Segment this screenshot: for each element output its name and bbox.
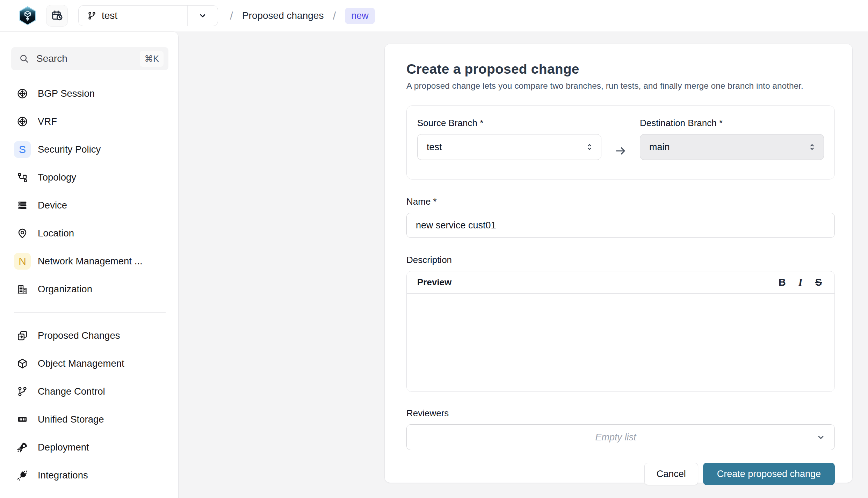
chevron-down-icon — [198, 11, 208, 21]
server-icon — [14, 197, 31, 214]
description-editor: Preview B I S — [406, 271, 835, 392]
sidebar-nav-tools: Proposed Changes Object Management Chang… — [11, 322, 168, 489]
description-label: Description — [406, 255, 835, 265]
sidebar-item-vrf[interactable]: VRF — [11, 108, 168, 136]
plug-icon — [14, 467, 31, 484]
sidebar-item-label: BGP Session — [38, 88, 95, 99]
search-input[interactable]: Search ⌘K — [11, 47, 168, 70]
destination-branch-label: Destination Branch * — [640, 118, 824, 129]
router-icon — [14, 85, 31, 102]
sidebar-item-label: Organization — [38, 284, 92, 295]
infrahub-logo[interactable] — [17, 5, 38, 27]
select-updown-icon — [807, 142, 817, 152]
strikethrough-button[interactable]: S — [815, 277, 822, 287]
search-shortcut-kbd: ⌘K — [140, 51, 164, 67]
arrow-right-icon — [614, 144, 627, 158]
breadcrumb-current-badge[interactable]: new — [345, 8, 375, 24]
breadcrumb: / Proposed changes / new — [230, 8, 375, 24]
reviewers-label: Reviewers — [406, 408, 835, 419]
destination-branch-select[interactable]: main — [640, 134, 824, 160]
description-toolbar: B I S — [779, 271, 834, 293]
sidebar-item-proposed-changes[interactable]: Proposed Changes — [11, 322, 168, 350]
name-input[interactable]: new service cust01 — [406, 213, 835, 238]
source-branch-select[interactable]: test — [417, 134, 601, 160]
sidebar-item-integrations[interactable]: Integrations — [11, 461, 168, 489]
router-icon — [14, 113, 31, 130]
sidebar-item-label: Proposed Changes — [38, 330, 120, 341]
branch-direction-arrow — [601, 138, 640, 164]
breadcrumb-separator: / — [333, 9, 336, 22]
sidebar-item-label: Integrations — [38, 470, 88, 481]
sidebar-item-security-policy[interactable]: S Security Policy — [11, 136, 168, 163]
branch-pair-fieldset: Source Branch * test Destination Branch … — [406, 105, 835, 180]
description-editor-header: Preview B I S — [407, 271, 834, 294]
cube-icon — [14, 355, 31, 372]
name-input-value: new service cust01 — [416, 220, 496, 231]
page-subtitle: A proposed change lets you compare two b… — [406, 81, 835, 91]
branch-selector[interactable]: test — [78, 5, 218, 26]
sidebar-item-deployment[interactable]: Deployment — [11, 433, 168, 461]
sidebar-item-device[interactable]: Device — [11, 191, 168, 219]
search-placeholder: Search — [36, 53, 67, 64]
storage-icon — [14, 411, 31, 428]
description-textarea[interactable] — [407, 294, 834, 391]
sidebar-item-change-control[interactable]: Change Control — [11, 378, 168, 405]
description-field: Description Preview B I S — [406, 255, 835, 392]
name-field: Name * new service cust01 — [406, 196, 835, 238]
source-branch-label: Source Branch * — [417, 118, 601, 129]
sidebar-item-label: Object Management — [38, 358, 124, 369]
sidebar-divider — [14, 312, 166, 313]
git-branch-icon — [87, 11, 97, 21]
breadcrumb-separator: / — [230, 9, 233, 22]
sidebar-item-label: VRF — [38, 116, 57, 127]
sidebar-item-organization[interactable]: Organization — [11, 275, 168, 303]
search-icon — [19, 53, 29, 64]
reviewers-field: Reviewers Empty list — [406, 408, 835, 450]
sidebar-item-label: Topology — [38, 172, 76, 183]
destination-branch-field: Destination Branch * main — [640, 118, 824, 164]
top-bar: test / Proposed changes / new — [0, 0, 868, 31]
building-icon — [14, 281, 31, 298]
branch-selector-caret[interactable] — [188, 6, 218, 26]
topology-icon — [14, 169, 31, 186]
tab-preview[interactable]: Preview — [407, 271, 462, 293]
sidebar-item-bgp-session[interactable]: BGP Session — [11, 80, 168, 108]
sidebar-item-label: Location — [38, 228, 74, 239]
calendar-clock-icon — [51, 9, 63, 22]
sidebar-item-topology[interactable]: Topology — [11, 163, 168, 191]
cancel-button[interactable]: Cancel — [644, 463, 698, 485]
git-branch-icon — [14, 383, 31, 400]
map-pin-icon — [14, 225, 31, 242]
sidebar-item-label: Network Management ... — [38, 256, 143, 267]
sidebar: Search ⌘K BGP Session VRF S Security Pol… — [0, 31, 179, 498]
chevron-down-icon — [816, 432, 826, 442]
page-title: Create a proposed change — [406, 61, 835, 77]
reviewers-dropdown[interactable]: Empty list — [406, 424, 835, 450]
copy-arrow-icon — [14, 327, 31, 344]
security-policy-letter-badge: S — [14, 141, 31, 158]
bold-button[interactable]: B — [779, 277, 786, 287]
sidebar-item-label: Change Control — [38, 386, 105, 397]
italic-button[interactable]: I — [798, 277, 803, 288]
sidebar-item-label: Security Policy — [38, 144, 101, 155]
create-proposed-change-button[interactable]: Create proposed change — [703, 463, 835, 485]
destination-branch-value: main — [649, 142, 807, 153]
form-actions: Cancel Create proposed change — [406, 463, 835, 485]
sidebar-nav-objects: BGP Session VRF S Security Policy Topolo… — [11, 80, 168, 303]
source-branch-field: Source Branch * test — [417, 118, 601, 164]
name-label: Name * — [406, 196, 835, 207]
sidebar-item-label: Deployment — [38, 442, 89, 453]
breadcrumb-proposed-changes[interactable]: Proposed changes — [242, 10, 324, 21]
sidebar-item-network-management[interactable]: N Network Management ... — [11, 247, 168, 275]
reviewers-placeholder: Empty list — [416, 432, 816, 443]
sidebar-item-unified-storage[interactable]: Unified Storage — [11, 405, 168, 433]
branch-selector-value: test — [102, 10, 117, 21]
rocket-icon — [14, 439, 31, 456]
sidebar-item-location[interactable]: Location — [11, 219, 168, 247]
schedule-button[interactable] — [46, 5, 68, 27]
network-management-letter-badge: N — [14, 253, 31, 270]
source-branch-value: test — [427, 142, 584, 153]
sidebar-item-object-management[interactable]: Object Management — [11, 350, 168, 378]
select-updown-icon — [584, 142, 595, 152]
create-proposed-change-card: Create a proposed change A proposed chan… — [384, 44, 853, 483]
